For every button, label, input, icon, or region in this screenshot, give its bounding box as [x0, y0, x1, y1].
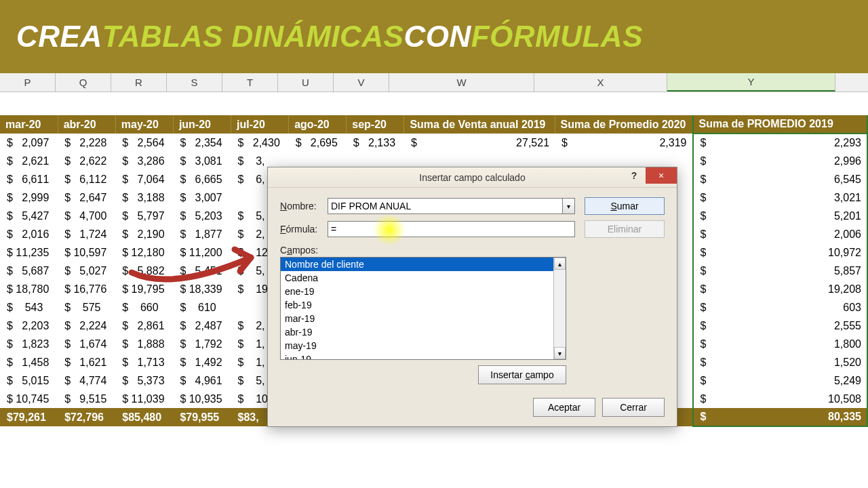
- column-headers[interactable]: PQRSTUVWXY: [0, 73, 868, 92]
- cell[interactable]: $ 2,190: [115, 225, 173, 243]
- cell[interactable]: $ 12,180: [115, 243, 173, 262]
- table-header[interactable]: abr-20: [58, 115, 115, 134]
- cell[interactable]: $ 11,200: [173, 243, 231, 262]
- dialog-titlebar[interactable]: Insertar campo calculado ? ×: [268, 167, 677, 188]
- cell[interactable]: $ 1,877: [173, 225, 231, 243]
- cell[interactable]: $2,319: [555, 134, 692, 152]
- table-header[interactable]: ago-20: [289, 115, 347, 134]
- cell[interactable]: $2,996: [693, 152, 868, 170]
- cell[interactable]: $ 2,621: [0, 152, 58, 170]
- cell[interactable]: $ 5,882: [115, 262, 173, 280]
- list-item[interactable]: Nombre del cliente: [281, 258, 566, 271]
- cell[interactable]: $ 610: [173, 298, 231, 317]
- cell[interactable]: $ 1,792: [173, 335, 231, 353]
- table-header[interactable]: Suma de Venta anual 2019: [404, 115, 555, 134]
- cell[interactable]: $ 2,861: [115, 317, 173, 335]
- cell[interactable]: $ 2,564: [115, 134, 173, 152]
- column-header-Q[interactable]: Q: [56, 73, 111, 92]
- table-header[interactable]: Suma de PROMEDIO 2019: [693, 115, 868, 134]
- cell[interactable]: $ 1,823: [0, 335, 58, 353]
- campos-listbox[interactable]: Nombre del clienteCadenaene-19feb-19mar-…: [280, 257, 566, 360]
- cell[interactable]: $ 18,780: [0, 280, 58, 298]
- cell[interactable]: $ 9,515: [58, 390, 115, 408]
- cell[interactable]: $ 2,016: [0, 225, 58, 243]
- cell[interactable]: $ 5,015: [0, 371, 58, 390]
- cell[interactable]: $ 1,621: [58, 353, 115, 371]
- cell[interactable]: $72,796: [58, 408, 115, 426]
- list-item[interactable]: feb-19: [281, 298, 566, 312]
- formula-input[interactable]: =: [328, 221, 575, 237]
- cell[interactable]: $27,521: [404, 134, 555, 152]
- cell[interactable]: $85,480: [115, 408, 173, 426]
- cell[interactable]: $2,555: [693, 317, 868, 335]
- cell[interactable]: $ 1,888: [115, 335, 173, 353]
- cell[interactable]: $ 5,451: [173, 262, 231, 280]
- column-header-R[interactable]: R: [111, 73, 167, 92]
- cell[interactable]: $ 11,235: [0, 243, 58, 262]
- cell[interactable]: $ 2,224: [58, 317, 115, 335]
- table-header[interactable]: may-20: [115, 115, 173, 134]
- cell[interactable]: $79,261: [0, 408, 58, 426]
- cell[interactable]: $ 2,097: [0, 134, 58, 152]
- list-item[interactable]: jun-19: [281, 352, 566, 360]
- scroll-down-icon[interactable]: ▾: [554, 347, 566, 359]
- cell[interactable]: $ 10,745: [0, 390, 58, 408]
- cell[interactable]: $ 543: [0, 298, 58, 317]
- cell[interactable]: $ 3,188: [115, 188, 173, 207]
- cell[interactable]: $ 5,027: [58, 262, 115, 280]
- cell[interactable]: $ 5,203: [173, 207, 231, 225]
- cell[interactable]: $79,955: [173, 408, 231, 426]
- table-header[interactable]: Suma de Promedio 2020: [555, 115, 692, 134]
- cell[interactable]: $ 2,695: [289, 134, 347, 152]
- cell[interactable]: $603: [693, 298, 868, 317]
- column-header-W[interactable]: W: [389, 73, 534, 92]
- table-header[interactable]: jul-20: [231, 115, 289, 134]
- list-item[interactable]: ene-19: [281, 285, 566, 298]
- cell[interactable]: $ 2,228: [58, 134, 115, 152]
- list-item[interactable]: may-19: [281, 339, 566, 352]
- cell[interactable]: $ 3,081: [173, 152, 231, 170]
- cell[interactable]: $10,972: [693, 243, 868, 262]
- table-header[interactable]: sep-20: [347, 115, 404, 134]
- cell[interactable]: $5,857: [693, 262, 868, 280]
- cell[interactable]: $ 4,774: [58, 371, 115, 390]
- cell[interactable]: $ 5,427: [0, 207, 58, 225]
- column-header-V[interactable]: V: [334, 73, 389, 92]
- cell[interactable]: $ 2,354: [173, 134, 231, 152]
- cell[interactable]: $ 11,039: [115, 390, 173, 408]
- cell[interactable]: $ 2,203: [0, 317, 58, 335]
- cell[interactable]: $ 7,064: [115, 170, 173, 188]
- list-item[interactable]: Cadena: [281, 271, 566, 285]
- cell[interactable]: $ 5,797: [115, 207, 173, 225]
- cell[interactable]: $ 2,487: [173, 317, 231, 335]
- cell[interactable]: $ 4,961: [173, 371, 231, 390]
- cell[interactable]: $ 3,286: [115, 152, 173, 170]
- cell[interactable]: $10,508: [693, 390, 868, 408]
- cell[interactable]: $3,021: [693, 188, 868, 207]
- cell[interactable]: $1,520: [693, 353, 868, 371]
- nombre-combo[interactable]: DIF PROM ANUAL ▾: [328, 198, 575, 214]
- cell[interactable]: $2,006: [693, 225, 868, 243]
- cell[interactable]: $ 2,622: [58, 152, 115, 170]
- column-header-Y[interactable]: Y: [667, 73, 835, 92]
- cell[interactable]: $6,545: [693, 170, 868, 188]
- column-header-X[interactable]: X: [534, 73, 667, 92]
- list-item[interactable]: abr-19: [281, 325, 566, 339]
- insertar-campo-button[interactable]: Insertar campo: [478, 365, 566, 384]
- cell[interactable]: $ 6,112: [58, 170, 115, 188]
- close-button[interactable]: ×: [646, 167, 677, 184]
- scroll-up-icon[interactable]: ▴: [554, 258, 566, 270]
- cell[interactable]: $ 1,713: [115, 353, 173, 371]
- cell[interactable]: $ 5,373: [115, 371, 173, 390]
- cell[interactable]: $ 18,339: [173, 280, 231, 298]
- cell[interactable]: $19,208: [693, 280, 868, 298]
- cerrar-button[interactable]: Cerrar: [602, 398, 665, 417]
- column-header-T[interactable]: T: [222, 73, 278, 92]
- column-header-S[interactable]: S: [167, 73, 222, 92]
- column-header-P[interactable]: P: [0, 73, 56, 92]
- cell[interactable]: $ 3,007: [173, 188, 231, 207]
- aceptar-button[interactable]: Aceptar: [533, 398, 595, 417]
- table-row[interactable]: $ 2,097$ 2,228$ 2,564$ 2,354$ 2,430$ 2,6…: [0, 134, 867, 152]
- cell[interactable]: $ 10,935: [173, 390, 231, 408]
- help-button[interactable]: ?: [623, 167, 646, 184]
